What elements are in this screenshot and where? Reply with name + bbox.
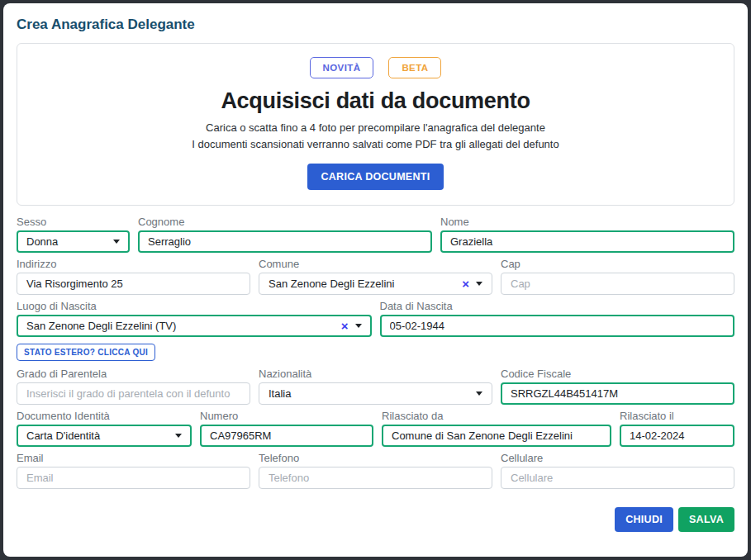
cognome-field: Cognome xyxy=(138,216,432,253)
numero-field: Numero xyxy=(200,410,373,447)
rilasciato-il-field: Rilasciato il xyxy=(620,410,734,447)
documento-identita-label: Documento Identità xyxy=(17,410,192,422)
cap-input[interactable] xyxy=(501,273,734,295)
save-button[interactable]: SALVA xyxy=(678,507,734,532)
numero-label: Numero xyxy=(200,410,373,422)
email-field: Email xyxy=(17,452,250,489)
nazionalita-select[interactable]: Italia xyxy=(259,382,492,405)
luogo-nascita-value: San Zenone Degli Ezzelini (TV) xyxy=(26,320,335,332)
comune-label: Comune xyxy=(259,258,492,270)
close-button[interactable]: CHIUDI xyxy=(615,507,673,532)
rilasciato-il-input[interactable] xyxy=(620,425,734,447)
luogo-nascita-label: Luogo di Nascita xyxy=(17,300,372,312)
indirizzo-field: Indirizzo xyxy=(17,258,250,295)
comune-select[interactable]: San Zenone Degli Ezzelini xyxy=(259,273,492,295)
chevron-down-icon xyxy=(355,324,362,328)
data-nascita-field: Data di Nascita xyxy=(380,300,735,337)
codice-fiscale-input[interactable] xyxy=(501,382,734,405)
cognome-label: Cognome xyxy=(138,216,432,228)
rilasciato-da-input[interactable] xyxy=(382,425,611,447)
novita-badge: NOVITÀ xyxy=(310,57,374,78)
nome-field: Nome xyxy=(440,216,734,253)
dialog-footer: CHIUDI SALVA xyxy=(17,507,734,532)
chevron-down-icon xyxy=(476,392,482,396)
cellulare-field: Cellulare xyxy=(501,452,734,489)
luogo-nascita-select[interactable]: San Zenone Degli Ezzelini (TV) xyxy=(17,315,372,337)
grado-parentela-input[interactable] xyxy=(17,382,250,405)
rilasciato-da-label: Rilasciato da xyxy=(382,410,611,422)
rilasciato-da-field: Rilasciato da xyxy=(382,410,611,447)
chevron-down-icon xyxy=(113,240,120,244)
comune-field: Comune San Zenone Degli Ezzelini xyxy=(259,258,492,295)
sesso-select[interactable]: Donna xyxy=(17,230,130,253)
codice-fiscale-field: Codice Fiscale xyxy=(501,368,734,405)
data-nascita-label: Data di Nascita xyxy=(380,300,735,312)
comune-value: San Zenone Degli Ezzelini xyxy=(269,278,455,290)
nazionalita-field: Nazionalità Italia xyxy=(259,368,492,405)
email-label: Email xyxy=(17,452,250,464)
telefono-field: Telefono xyxy=(259,452,492,489)
indirizzo-label: Indirizzo xyxy=(17,258,250,270)
cognome-input[interactable] xyxy=(138,230,432,253)
stato-estero-button[interactable]: STATO ESTERO? CLICCA QUI xyxy=(17,344,155,361)
chevron-down-icon xyxy=(175,434,182,438)
documento-identita-select[interactable]: Carta D'identità xyxy=(17,425,192,447)
sesso-label: Sesso xyxy=(17,216,130,228)
sesso-field: Sesso Donna xyxy=(17,216,130,253)
nome-label: Nome xyxy=(440,216,734,228)
nome-input[interactable] xyxy=(440,230,734,253)
cap-field: Cap xyxy=(501,258,734,295)
delegator-form: Sesso Donna Cognome Nome Indirizzo xyxy=(17,216,734,489)
grado-parentela-label: Grado di Parentela xyxy=(17,368,250,380)
badge-row: NOVITÀ BETA xyxy=(31,57,720,78)
hero-subtitle-line1: Carica o scatta fino a 4 foto per precom… xyxy=(31,120,720,136)
luogo-nascita-field: Luogo di Nascita San Zenone Degli Ezzeli… xyxy=(17,300,372,337)
acquire-document-card: NOVITÀ BETA Acquisisci dati da documento… xyxy=(17,43,734,206)
documento-identita-value: Carta D'identità xyxy=(26,429,169,442)
cellulare-label: Cellulare xyxy=(501,452,734,464)
numero-input[interactable] xyxy=(200,425,373,447)
chevron-down-icon xyxy=(476,282,482,286)
cap-label: Cap xyxy=(501,258,734,270)
rilasciato-il-label: Rilasciato il xyxy=(620,410,734,422)
nazionalita-value: Italia xyxy=(269,387,469,400)
codice-fiscale-label: Codice Fiscale xyxy=(501,368,734,380)
telefono-label: Telefono xyxy=(259,452,492,464)
cellulare-input[interactable] xyxy=(501,467,734,489)
sesso-value: Donna xyxy=(26,235,107,248)
grado-parentela-field: Grado di Parentela xyxy=(17,368,250,405)
hero-subtitle-line2: I documenti scansionati verranno salvati… xyxy=(31,136,720,153)
email-input[interactable] xyxy=(17,467,250,489)
create-delegator-dialog: Crea Anagrafica Delegante NOVITÀ BETA Ac… xyxy=(3,3,748,557)
hero-title: Acquisisci dati da documento xyxy=(31,88,720,114)
documento-identita-field: Documento Identità Carta D'identità xyxy=(17,410,192,447)
nazionalita-label: Nazionalità xyxy=(259,368,492,380)
data-nascita-input[interactable] xyxy=(380,315,735,337)
telefono-input[interactable] xyxy=(259,467,492,489)
clear-x-icon[interactable] xyxy=(462,278,469,290)
beta-badge: BETA xyxy=(388,57,441,78)
indirizzo-input[interactable] xyxy=(17,273,250,295)
page-title: Crea Anagrafica Delegante xyxy=(17,13,734,33)
clear-x-icon[interactable] xyxy=(341,320,349,332)
upload-documents-button[interactable]: CARICA DOCUMENTI xyxy=(307,164,443,190)
